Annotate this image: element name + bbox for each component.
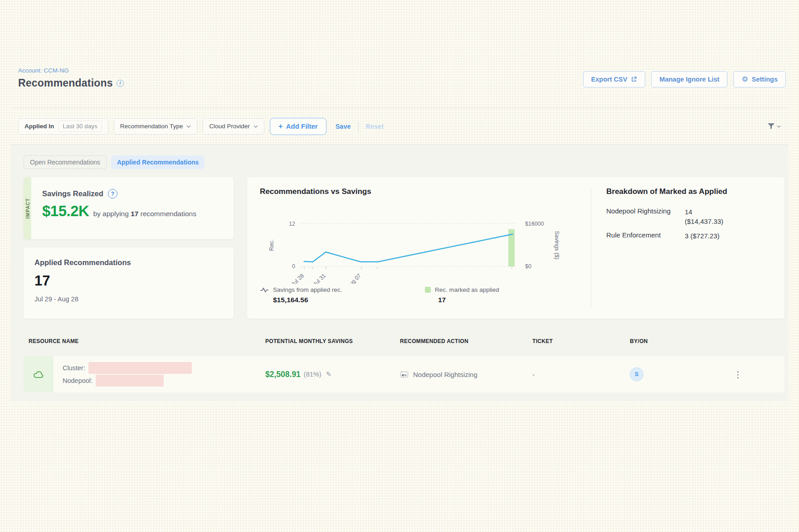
chevron-down-icon	[253, 125, 258, 128]
savings-chart-svg: 12 0 Rec. $16000 $0 Savings ($)	[260, 200, 564, 284]
column-header-resource-name: RESOURCE NAME	[24, 338, 237, 347]
cloud-icon	[33, 369, 44, 379]
chart-legend: Savings from applied rec. $15,164.56 Rec…	[260, 286, 591, 304]
chevron-down-icon	[186, 125, 191, 128]
recommendations-page: Account: CCM-NG Recommendations i Export…	[10, 0, 789, 401]
page-header: Account: CCM-NG Recommendations i Export…	[10, 67, 789, 108]
add-filter-button[interactable]: + Add Filter	[270, 118, 326, 135]
chevron-down-icon	[777, 125, 781, 128]
breadcrumb-account[interactable]: Account: CCM-NG	[18, 67, 124, 74]
breakdown-panel: Breakdown of Marked as Applied Nodepool …	[591, 177, 784, 319]
recommended-action-label: Nodepool Rightsizing	[413, 371, 477, 378]
redacted-nodepool-name	[96, 375, 164, 387]
cloud-provider-badge	[24, 356, 54, 392]
filter-applied-in[interactable]: Applied In Last 30 days	[18, 118, 108, 135]
y-left-axis-label: Rec.	[268, 239, 275, 251]
row-menu-cell: ⋮	[726, 356, 784, 392]
applied-count: 17	[34, 273, 234, 289]
applied-card-title: Applied Recommendations	[34, 258, 234, 267]
summary-cards: IMPACT Savings Realized ? $15.2K by appl…	[24, 177, 784, 319]
resource-name-cell: Cluster: Nodepool:	[24, 356, 237, 392]
breakdown-row: Rule Enforcement 3 ($727.23)	[606, 231, 784, 241]
table-header: RESOURCE NAME POTENTIAL MONTHLY SAVINGS …	[24, 338, 784, 347]
header-actions: Export CSV Manage Ignore List ⚙ Settings	[583, 71, 786, 108]
gear-icon: ⚙	[741, 76, 748, 83]
header-left: Account: CCM-NG Recommendations i	[18, 67, 124, 108]
kebab-menu-icon[interactable]: ⋮	[734, 370, 742, 379]
ticket-cell: -	[522, 356, 599, 392]
y-right-tick-bottom: $0	[525, 263, 531, 270]
export-csv-label: Export CSV	[591, 76, 628, 83]
funnel-icon	[767, 123, 775, 130]
savings-realized-amount: $15.2K	[42, 203, 89, 220]
chart-title: Recommendations vs Savings	[260, 187, 591, 196]
tab-applied-recommendations[interactable]: Applied Recommendations	[111, 155, 205, 169]
save-filter-button[interactable]: Save	[336, 123, 351, 130]
add-filter-label: Add Filter	[286, 122, 318, 130]
x-tick-label: Jul 31	[312, 272, 327, 284]
applied-recommendations-card: Applied Recommendations 17 Jul 29 - Aug …	[24, 247, 234, 319]
savings-amount: $2,508.91	[265, 370, 301, 379]
applied-date-range: Jul 29 - Aug 28	[34, 295, 234, 303]
redacted-cluster-name	[88, 362, 192, 374]
savings-realized-description: by applying 17 recommendations	[93, 210, 196, 218]
impact-strip: IMPACT	[24, 177, 31, 239]
recommended-action-cell: Nodepool Rightsizing	[386, 356, 522, 392]
settings-label: Settings	[752, 76, 778, 83]
chart-line	[304, 234, 513, 262]
settings-button[interactable]: ⚙ Settings	[733, 71, 786, 87]
export-csv-button[interactable]: Export CSV	[583, 71, 646, 87]
y-left-tick-top: 12	[289, 221, 295, 227]
breakdown-row: Nodepool Rightsizing 14 ($14,437.33)	[606, 207, 784, 226]
filter-panel-toggle[interactable]	[767, 123, 781, 130]
y-right-axis-label: Savings ($)	[554, 231, 560, 259]
y-right-tick-top: $16000	[525, 221, 544, 227]
x-tick-label: Aug 07	[345, 272, 362, 284]
filter-recommendation-type[interactable]: Recommendation Type	[114, 118, 198, 135]
potential-savings-cell: $2,508.91 (81%) ✎	[237, 356, 386, 392]
legend-item-applied[interactable]: Rec. marked as applied 17	[425, 286, 590, 304]
savings-realized-title: Savings Realized	[42, 189, 103, 198]
filter-cloud-provider[interactable]: Cloud Provider	[203, 118, 264, 135]
legend-applied-label: Rec. marked as applied	[435, 286, 499, 293]
content-area: Open Recommendations Applied Recommendat…	[10, 145, 789, 401]
impact-label: IMPACT	[25, 198, 30, 218]
column-header-potential-monthly-savings: POTENTIAL MONTHLY SAVINGS	[237, 338, 386, 347]
page-title: Recommendations	[18, 77, 113, 89]
question-icon[interactable]: ?	[108, 189, 117, 198]
manage-ignore-list-button[interactable]: Manage Ignore List	[651, 71, 727, 87]
filter-applied-in-label: Applied In	[24, 123, 54, 130]
external-link-icon	[631, 76, 637, 82]
manage-ignore-list-label: Manage Ignore List	[659, 76, 719, 83]
tab-open-recommendations[interactable]: Open Recommendations	[24, 155, 107, 169]
table-row[interactable]: Cluster: Nodepool: $2,508.91 (81%) ✎	[24, 356, 784, 392]
chart-card: Recommendations vs Savings 12 0 Rec. $16…	[247, 177, 784, 319]
filter-bar: Applied In Last 30 days Recommendation T…	[10, 108, 789, 144]
x-tick-label: Jul 28	[290, 272, 306, 284]
avatar[interactable]: S	[630, 368, 643, 381]
breakdown-title: Breakdown of Marked as Applied	[606, 187, 784, 196]
chart-pane: Recommendations vs Savings 12 0 Rec. $16…	[247, 177, 591, 319]
y-left-tick-bottom: 0	[292, 263, 295, 270]
cluster-label: Cluster:	[63, 364, 85, 372]
edit-icon[interactable]: ✎	[326, 370, 332, 378]
recommendations-tabs: Open Recommendations Applied Recommendat…	[24, 155, 784, 169]
info-icon[interactable]: i	[117, 80, 124, 87]
legend-savings-label: Savings from applied rec.	[273, 286, 342, 293]
x-axis-ticks	[304, 266, 512, 269]
filter-recommendation-type-label: Recommendation Type	[120, 123, 183, 130]
by-on-cell: S	[599, 356, 726, 392]
filter-applied-in-value[interactable]: Last 30 days	[58, 121, 102, 132]
legend-applied-value: 17	[438, 296, 590, 304]
nodepool-label: Nodepool:	[63, 377, 93, 384]
column-header-by-on: BY/ON	[599, 338, 726, 347]
column-header-ticket: TICKET	[522, 338, 599, 347]
pulse-icon	[260, 287, 269, 293]
savings-percentage: (81%)	[304, 371, 322, 378]
reset-filter-button[interactable]: Reset	[366, 123, 384, 130]
legend-item-savings[interactable]: Savings from applied rec. $15,164.56	[260, 286, 425, 304]
nodepool-icon	[400, 370, 409, 379]
filter-cloud-provider-label: Cloud Provider	[209, 123, 249, 130]
savings-realized-card: IMPACT Savings Realized ? $15.2K by appl…	[24, 177, 234, 239]
legend-savings-value: $15,164.56	[273, 296, 425, 304]
